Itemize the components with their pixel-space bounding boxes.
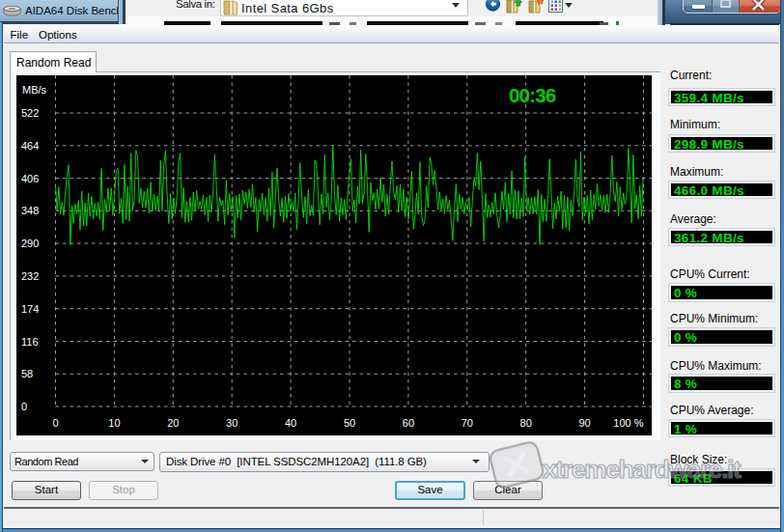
svg-text:290: 290 bbox=[21, 238, 39, 249]
svg-text:522: 522 bbox=[21, 107, 39, 119]
svg-text:0: 0 bbox=[52, 417, 58, 429]
svg-text:80: 80 bbox=[520, 417, 532, 429]
svg-text:60: 60 bbox=[403, 417, 414, 429]
svg-text:174: 174 bbox=[21, 303, 39, 315]
svg-text:232: 232 bbox=[21, 270, 39, 282]
svg-text:348: 348 bbox=[21, 205, 39, 216]
svg-text:MB/s: MB/s bbox=[22, 84, 47, 96]
svg-text:116: 116 bbox=[21, 336, 39, 348]
svg-text:10: 10 bbox=[108, 417, 120, 429]
svg-text:406: 406 bbox=[21, 173, 39, 184]
svg-text:70: 70 bbox=[462, 417, 473, 429]
svg-text:58: 58 bbox=[21, 368, 33, 379]
svg-text:00:36: 00:36 bbox=[509, 84, 556, 106]
svg-text:50: 50 bbox=[344, 417, 355, 429]
svg-text:100 %: 100 % bbox=[613, 417, 643, 429]
svg-text:90: 90 bbox=[578, 417, 590, 429]
svg-text:40: 40 bbox=[285, 417, 296, 429]
svg-text:30: 30 bbox=[226, 417, 238, 429]
svg-text:20: 20 bbox=[167, 417, 179, 429]
svg-text:xtremehardware.it: xtremehardware.it bbox=[543, 455, 742, 484]
svg-text:464: 464 bbox=[21, 140, 39, 152]
svg-text:0: 0 bbox=[21, 401, 27, 412]
